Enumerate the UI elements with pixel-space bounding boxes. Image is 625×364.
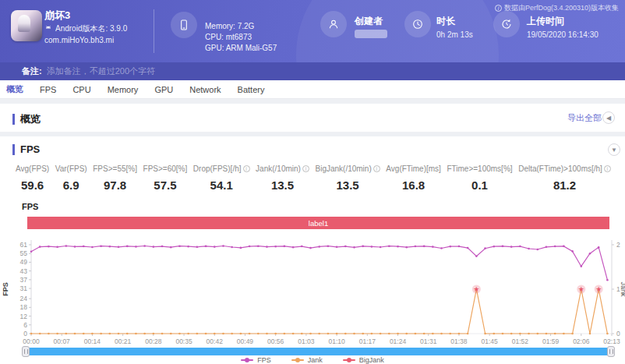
section-accent-bar [12,114,15,125]
stat-value: 13.5 [256,178,309,192]
zoom-handle-right[interactable] [607,346,615,357]
remark-bar[interactable]: 备注: 添加备注，不超过200个字符 [0,62,625,80]
stat-label: FPS>=55[%] [93,164,137,173]
svg-text:0: 0 [616,330,620,337]
legend-label: BigJank [359,356,384,364]
tab-Network[interactable]: Network [189,85,221,94]
svg-text:6: 6 [23,321,27,329]
fps-panel: FPS ▼ Avg(FPS)59.6Var(FPS)6.9FPS>=55[%]9… [0,136,625,364]
stat-label: FTime>=100ms[%] [447,164,512,173]
chart-legend: FPSJankBigJank [0,356,625,364]
tab-FPS[interactable]: FPS [40,85,56,94]
stat-Delta(FTime)>100ms[/h]: Delta(FTime)>100ms[/h]i81.2 [518,164,611,192]
fps-collapse-button[interactable]: ▼ [608,143,620,156]
svg-text:★: ★ [578,285,584,293]
svg-text:31: 31 [20,284,28,292]
phone-icon [171,12,197,38]
legend-item-BigJank[interactable]: BigJank [343,356,384,364]
stat-Avg(FPS): Avg(FPS)59.6 [16,164,49,192]
duration-clock-icon [404,11,431,37]
chart-title: FPS [22,202,38,211]
info-icon: i [495,5,502,12]
tab-CPU[interactable]: CPU [72,85,90,94]
stat-value: 54.1 [193,178,250,192]
stat-value: 97.8 [93,178,137,192]
svg-text:24: 24 [20,295,28,302]
svg-text:00:21: 00:21 [115,337,132,345]
svg-text:★: ★ [473,285,479,293]
creator-name-redacted [355,30,387,38]
stat-Jank(/10min): Jank(/10min)i13.5 [256,164,309,192]
info-icon[interactable]: i [302,165,309,172]
fps-line-chart: 61554943373124181260210FPSJank00:0000:07… [0,231,625,348]
svg-text:18: 18 [20,303,28,311]
svg-text:2: 2 [616,241,620,249]
tab-Memory[interactable]: Memory [108,85,139,94]
svg-text:00:49: 00:49 [237,337,254,345]
android-version: Android版本名: 3.9.0 [55,23,127,34]
stat-value: 81.2 [518,178,611,192]
svg-text:12: 12 [20,313,28,320]
tab-GPU[interactable]: GPU [154,85,173,94]
info-icon[interactable]: i [243,165,250,172]
chart-zoom-scrollbar[interactable] [26,348,611,355]
svg-text:0: 0 [23,330,27,337]
info-icon[interactable]: i [604,165,611,172]
stat-BigJank(/10min): BigJank(/10min)i13.5 [315,164,380,192]
svg-text:02:13: 02:13 [603,337,620,345]
svg-text:01:03: 01:03 [298,337,315,345]
svg-text:01:52: 01:52 [512,337,529,345]
device-cpu: CPU: mt6873 [205,32,277,43]
stat-value: 6.9 [55,178,87,192]
legend-label: FPS [257,356,271,364]
section-accent-bar [12,144,15,155]
stat-value: 16.8 [386,178,441,192]
svg-text:00:42: 00:42 [207,337,224,345]
app-title: 崩坏3 [44,9,70,23]
svg-text:00:07: 00:07 [54,337,71,345]
header: 崩坏3 Android版本名: 3.9.0 com.miHoYo.bh3.mi … [0,0,625,62]
stat-Avg(FTime)[ms]: Avg(FTime)[ms]16.8 [386,164,441,192]
device-memory: Memory: 7.2G [205,21,277,32]
legend-marker [343,359,355,361]
remark-placeholder[interactable]: 添加备注，不超过200个字符 [47,65,155,77]
stat-label: Avg(FTime)[ms] [386,164,441,173]
info-icon[interactable]: i [373,165,380,172]
stat-label: Var(FPS) [55,164,87,173]
fps-section-title: FPS [20,143,40,155]
android-icon [44,25,52,33]
svg-text:61: 61 [20,241,28,249]
perfdog-report-page: 崩坏3 Android版本名: 3.9.0 com.miHoYo.bh3.mi … [0,0,625,364]
overview-section-title: 概览 [20,112,41,126]
legend-marker [291,359,304,361]
svg-text:01:31: 01:31 [420,337,437,345]
duration-label: 时长 [436,15,455,28]
duration-value: 0h 2m 13s [436,30,473,39]
svg-text:00:35: 00:35 [175,337,192,345]
stat-value: 59.6 [16,178,49,192]
app-package: com.miHoYo.bh3.mi [44,36,114,44]
annotation-label: label1 [309,219,328,228]
export-all-link[interactable]: 导出全部 [567,112,602,124]
app-icon [11,10,42,41]
svg-text:00:14: 00:14 [84,337,101,345]
stat-label: Jank(/10min)i [256,164,309,173]
svg-text:01:38: 01:38 [450,337,468,345]
source-note: 数据由PerfDog(3.4.200310)版本收集 [504,3,619,13]
stat-Var(FPS): Var(FPS)6.9 [55,164,87,192]
zoom-handle-left[interactable] [22,346,30,357]
upload-time-icon [493,11,520,37]
stat-label: Drop(FPS)[/h]i [193,164,250,173]
creator-label: 创建者 [355,15,383,28]
legend-item-Jank[interactable]: Jank [291,356,323,364]
svg-text:00:56: 00:56 [267,337,284,345]
tab-概览[interactable]: 概览 [6,83,23,95]
chart-annotation-bar: label1 [27,217,609,229]
svg-text:49: 49 [20,258,28,266]
svg-text:01:45: 01:45 [482,337,499,345]
tab-Battery[interactable]: Battery [238,85,265,94]
stat-FPS>=55[%]: FPS>=55[%]97.8 [93,164,137,192]
legend-item-FPS[interactable]: FPS [241,356,271,364]
overview-collapse-button[interactable]: ◀ [602,111,615,124]
svg-text:01:17: 01:17 [359,337,376,345]
